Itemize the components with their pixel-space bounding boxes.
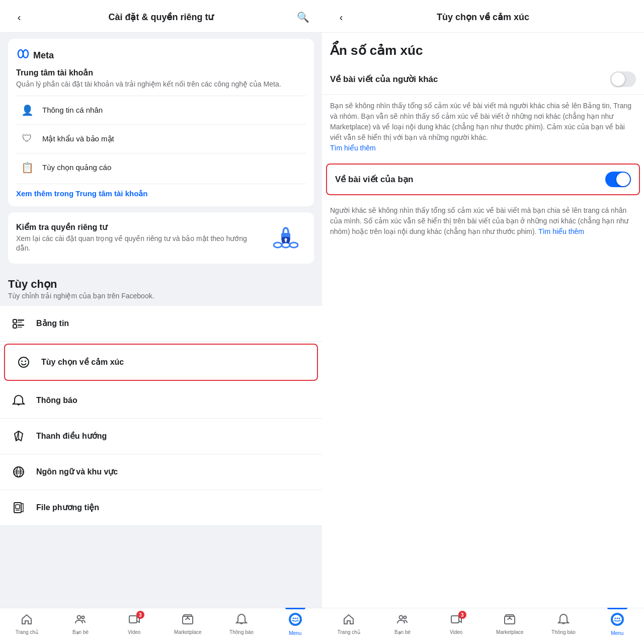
meta-account-card: Meta Trung tâm tài khoản Quản lý phần cà… xyxy=(8,39,314,206)
right-nav-menu[interactable]: Menu xyxy=(590,612,644,636)
svg-rect-10 xyxy=(18,319,24,321)
menu-item-thongbao-label: Thông báo xyxy=(36,396,77,405)
right-nav-friends[interactable]: Bạn bè xyxy=(376,612,430,636)
svg-point-3 xyxy=(282,243,290,248)
left-phone-screen: ‹ Cài đặt & quyền riêng tư 🔍 Meta Trung … xyxy=(0,0,322,644)
thongbao-icon xyxy=(8,390,29,411)
menu-item-navigation[interactable]: Thanh điều hướng xyxy=(0,419,322,454)
toggle-yours-row: Về bài viết của bạn xyxy=(327,165,639,194)
nav-home[interactable]: Trang chủ xyxy=(0,612,54,636)
meta-menu-personal-label: Thông tin cá nhân xyxy=(42,106,103,114)
svg-rect-12 xyxy=(13,325,17,328)
svg-point-39 xyxy=(614,618,616,619)
svg-point-40 xyxy=(616,618,618,619)
right-nav-menu-label: Menu xyxy=(611,630,623,636)
right-menu-icon xyxy=(610,612,624,629)
meta-card-title: Trung tâm tài khoản xyxy=(16,68,306,77)
files-icon xyxy=(8,497,29,518)
toggle-yours-switch[interactable] xyxy=(605,172,631,187)
left-header: ‹ Cài đặt & quyền riêng tư 🔍 xyxy=(0,0,322,33)
right-back-button[interactable]: ‹ xyxy=(332,8,350,26)
others-description: Bạn sẽ không nhìn thấy tổng số cảm xúc v… xyxy=(322,95,644,159)
svg-rect-11 xyxy=(18,321,22,323)
svg-point-4 xyxy=(290,243,298,248)
svg-point-2 xyxy=(274,243,282,248)
menu-item-files[interactable]: File phương tiện xyxy=(0,490,322,526)
svg-rect-13 xyxy=(18,325,24,326)
toggle-others-switch[interactable] xyxy=(610,71,636,87)
menu-item-bangthin[interactable]: Bảng tin xyxy=(0,306,322,342)
search-icon[interactable]: 🔍 xyxy=(294,8,312,26)
svg-point-34 xyxy=(404,616,407,619)
navigation-icon xyxy=(8,426,29,447)
right-header: ‹ Tùy chọn về cảm xúc xyxy=(322,0,644,33)
home-icon xyxy=(21,613,33,628)
right-nav-marketplace-label: Marketplace xyxy=(496,629,523,635)
back-button[interactable]: ‹ xyxy=(10,8,28,26)
right-nav-video[interactable]: 3 Video xyxy=(429,612,483,636)
right-content: Ẩn số cảm xúc Về bài viết của người khác… xyxy=(322,33,644,608)
yours-learn-more-link[interactable]: Tìm hiểu thêm xyxy=(538,227,584,235)
others-learn-more-link[interactable]: Tìm hiểu thêm xyxy=(330,144,376,152)
left-page-title: Cài đặt & quyền riêng tư xyxy=(28,12,294,23)
svg-point-0 xyxy=(18,50,23,58)
menu-item-thongbao[interactable]: Thông báo xyxy=(0,383,322,419)
meta-menu-ads-label: Tùy chọn quảng cáo xyxy=(42,163,111,172)
meta-see-more-link[interactable]: Xem thêm trong Trung tâm tài khoản xyxy=(16,189,148,198)
options-title: Tùy chọn xyxy=(8,278,314,291)
right-nav-home[interactable]: Trang chủ xyxy=(322,612,376,636)
menu-item-files-label: File phương tiện xyxy=(36,503,99,512)
menu-item-bangthin-label: Bảng tin xyxy=(36,318,69,328)
bangthin-icon xyxy=(8,313,29,334)
right-nav-notifications[interactable]: Thông báo xyxy=(537,612,591,636)
svg-rect-14 xyxy=(18,327,22,328)
svg-rect-21 xyxy=(14,503,21,513)
right-nav-marketplace[interactable]: Marketplace xyxy=(483,612,537,636)
left-bottom-nav: Trang chủ Bạn bè 3 Video xyxy=(0,608,322,644)
nav-marketplace[interactable]: Marketplace xyxy=(161,612,215,636)
video-icon: 3 xyxy=(128,613,140,628)
svg-point-38 xyxy=(613,615,622,624)
svg-rect-22 xyxy=(16,505,20,509)
privacy-check-card[interactable]: Kiểm tra quyền riêng tư Xem lại các cài … xyxy=(8,212,314,264)
camxuc-icon xyxy=(13,352,34,373)
right-home-icon xyxy=(343,613,355,628)
right-header-spacer xyxy=(616,8,634,26)
meta-card-desc: Quản lý phần cài đặt tài khoản và trải n… xyxy=(16,79,306,90)
meta-menu-ads[interactable]: 📋 Tùy chọn quảng cáo xyxy=(16,153,306,182)
nav-notifications[interactable]: Thông báo xyxy=(215,612,269,636)
nav-menu[interactable]: Menu xyxy=(268,612,322,636)
friends-icon xyxy=(74,613,87,628)
meta-menu-security-label: Mật khẩu và bảo mật xyxy=(42,134,114,143)
svg-point-16 xyxy=(21,360,23,362)
meta-menu-personal[interactable]: 👤 Thông tin cá nhân xyxy=(16,96,306,124)
svg-point-25 xyxy=(82,616,85,619)
svg-point-29 xyxy=(291,615,300,624)
menu-item-language[interactable]: Ngôn ngữ và khu vực xyxy=(0,454,322,490)
reaction-title: Ẩn số cảm xúc xyxy=(322,33,644,64)
right-marketplace-icon xyxy=(504,613,516,628)
nav-friends[interactable]: Bạn bè xyxy=(54,612,108,636)
svg-point-41 xyxy=(618,618,620,619)
svg-point-33 xyxy=(399,616,403,619)
notifications-icon xyxy=(235,613,248,628)
svg-rect-26 xyxy=(129,616,137,623)
meta-logo-icon xyxy=(16,47,30,64)
options-section-header: Tùy chọn Tùy chỉnh trải nghiệm của bạn t… xyxy=(0,270,322,302)
left-content: Meta Trung tâm tài khoản Quản lý phần cà… xyxy=(0,33,322,608)
ads-icon: 📋 xyxy=(18,158,36,177)
right-video-badge: 3 xyxy=(458,611,466,619)
right-video-icon: 3 xyxy=(450,613,462,628)
right-friends-icon xyxy=(396,613,409,628)
toggle-others-row: Về bài viết của người khác xyxy=(322,64,644,95)
nav-friends-label: Bạn bè xyxy=(72,629,89,635)
meta-logo: Meta xyxy=(16,47,306,64)
meta-menu-security[interactable]: 🛡 Mật khẩu và bảo mật xyxy=(16,124,306,153)
menu-item-camxuc[interactable]: Tùy chọn về cảm xúc xyxy=(5,345,317,380)
nav-marketplace-label: Marketplace xyxy=(174,629,201,635)
privacy-card-desc: Xem lại các cài đặt quan trọng về quyền … xyxy=(16,234,260,254)
nav-video[interactable]: 3 Video xyxy=(107,612,161,636)
svg-point-15 xyxy=(19,357,29,367)
security-icon: 🛡 xyxy=(18,130,36,148)
toggle-yours-knob xyxy=(616,173,630,186)
